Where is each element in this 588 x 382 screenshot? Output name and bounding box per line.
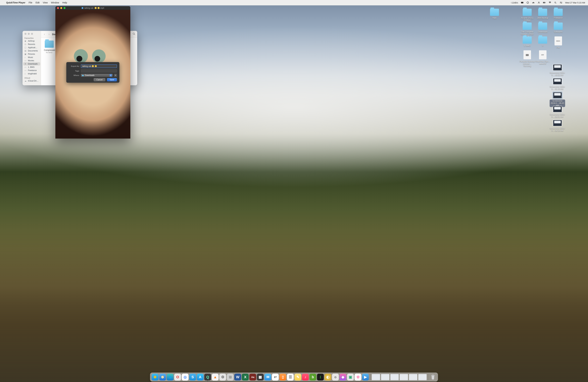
desktop-file[interactable]: RTFRead-me_Про…меня.rtf [535,50,550,65]
wifi-icon[interactable] [548,1,551,4]
desktop-folder[interactable]: Downloads [535,22,550,33]
desktop-screenshot-selected[interactable]: Screenshot 2024-0….06.43 AM [550,92,565,107]
export-as-input[interactable] [81,64,117,68]
close-icon[interactable] [24,33,26,35]
desktop-folder[interactable]: Softwares [550,22,566,33]
status-app-icon[interactable] [526,1,529,4]
dock-app-finder[interactable]: 🙂 [152,374,159,381]
save-button[interactable]: Save [107,78,117,81]
finder-folder-item[interactable]: CompressedNo items [44,41,54,53]
menu-edit[interactable]: Edit [36,1,40,4]
dock-minimized-window[interactable] [381,374,390,380]
sidebar-item-label: Downloads [28,63,38,65]
cancel-button[interactable]: Cancel [94,78,105,81]
sidebar-item-1-bmg[interactable]: ▭1. BMG [22,65,41,69]
dock-app-activity[interactable]: ⫶ [317,374,324,381]
desktop-folder[interactable]: Arcane (2021) [1080p] [519,9,535,21]
dock-app-quicktime[interactable]: Q [204,374,211,381]
where-dropdown[interactable]: Downloads ▲▼ [81,74,113,77]
desktop-folder[interactable]: Jibril Backup [535,9,550,19]
dock-app-reminders[interactable]: ☰ [287,374,294,381]
desktop-file[interactable]: Parallels Desktop Activati…Tool.dmg [519,50,535,67]
close-icon[interactable] [57,7,59,9]
dock-minimized-window[interactable] [372,374,380,380]
sidebar-item-airdrop[interactable]: ◉AirDrop [22,39,41,43]
sidebar-item-music[interactable]: ♪Music [22,56,41,59]
menu-view[interactable]: View [43,1,48,4]
sidebar-item-documents[interactable]: ▤Documents [22,49,41,52]
dock-app-app-b[interactable]: b [310,374,316,381]
dock-app-app-gold[interactable]: ◐ [325,374,331,381]
minimize-icon[interactable] [28,33,30,35]
status-cleanmymac-icon[interactable] [521,1,524,4]
dock-minimized-window[interactable] [409,374,418,380]
dock-app-word[interactable]: W [234,374,241,381]
dock-app-app-play[interactable]: ▶ [362,374,369,381]
desktop-file[interactable]: DOCXPW [550,36,566,49]
sidebar-item-applicati-[interactable]: ▢Applicati… [22,46,41,49]
dock-app-preview[interactable]: ▣ [347,374,354,381]
menu-file[interactable]: File [29,1,32,4]
dock-app-vlc[interactable]: ▲ [212,374,219,381]
desktop-screenshot[interactable]: Screenshot 2024-0….08.01 AM [550,106,565,118]
tags-input[interactable] [81,69,117,73]
zoom-icon[interactable] [63,7,65,9]
dock-app-calendar[interactable]: 27 [272,374,279,381]
sidebar-item-pictures[interactable]: ▣Pictures [22,52,41,56]
sidebar-item-icloud-drive[interactable]: ☁iCloud Dri… [22,79,41,83]
minimize-icon[interactable] [60,7,62,9]
dock-app-books[interactable]: ▯ [279,374,286,381]
desktop-folder[interactable]: The Complete Google…PAID FOR [519,22,535,38]
network-speed-status[interactable]: ↑11kB/s [511,1,518,4]
sidebar-item-freelance[interactable]: ▭Freelance [22,69,41,72]
spotlight-icon[interactable] [554,1,557,4]
zoom-icon[interactable] [31,33,33,35]
dock-app-dictionary[interactable]: Aa [250,374,256,381]
sidebar-item-downloads[interactable]: ⬇Downloads [23,62,40,65]
dock-app-skype[interactable]: S [189,374,196,381]
dock-app-notes[interactable]: ✎ [294,374,301,381]
sidebar-item-movies[interactable]: ▭Movies [22,59,41,62]
desktop-screenshot[interactable]: Screenshot 2024-0….51.10 AM [550,78,565,90]
status-sync-icon[interactable] [532,1,535,4]
battery-icon[interactable] [543,1,546,4]
dock-app-calculator[interactable]: ▦ [257,374,264,381]
back-button[interactable]: ‹ [43,33,46,36]
desktop-folder[interactable]: 0 [535,36,550,47]
dock-app-diskutility[interactable]: ⌾ [332,374,339,381]
dock-minimized-window[interactable] [390,374,399,380]
sidebar-item-icon: ⬇ [24,63,27,65]
dock-app-mail[interactable]: ✉ [264,374,271,381]
menu-help[interactable]: Help [63,1,67,4]
desktop-screenshot[interactable]: Screenshot 2024-0….48.52 AM [550,64,565,76]
control-center-icon[interactable] [560,1,563,4]
quicktime-titlebar[interactable]: talking cat- 😳 😳.mp4 [55,6,130,10]
desktop-screenshot[interactable]: Screenshot 2024-0….08.16 AM [550,120,565,132]
desktop-folder[interactable]: Halo [487,9,502,19]
dock-minimized-window[interactable] [418,374,427,380]
dock-app-edge[interactable]: 🌐 [167,374,174,381]
forward-button[interactable]: › [47,33,50,36]
dock-app-music[interactable]: ♪ [302,374,309,381]
dock-app-excel[interactable]: X [242,374,249,381]
dock-app-opera[interactable]: O [174,374,181,381]
desktop-folder[interactable]: 1. BMG [519,36,535,47]
sidebar-item-recents[interactable]: ◷Recents [22,43,41,46]
dock-app-appstore[interactable]: A [197,374,204,381]
desktop-folder[interactable]: Freelance [550,9,566,19]
dock-app-settings[interactable]: ⚙ [219,374,226,381]
dock-app-safari[interactable]: 🧭 [159,374,166,381]
trash-icon[interactable] [430,374,436,381]
dock-app-shortcuts[interactable]: ◆ [339,374,346,381]
dock-app-launchpad[interactable]: ⊞ [227,374,234,381]
app-name[interactable]: QuickTime Player [6,1,25,4]
sidebar-item-kingkhalid[interactable]: ⌂kingkhalid [22,72,41,75]
search-icon[interactable] [133,33,135,36]
dock-app-chrome[interactable]: ◎ [182,374,189,381]
date-time[interactable]: Wed 27 Mar 5:10 AM [565,1,585,4]
disclosure-button[interactable]: ▼ [114,74,117,77]
dock-app-photos[interactable]: ✿ [355,374,361,381]
dock-minimized-window[interactable] [400,374,408,380]
menu-window[interactable]: Window [51,1,59,4]
status-user-icon[interactable] [537,1,540,4]
